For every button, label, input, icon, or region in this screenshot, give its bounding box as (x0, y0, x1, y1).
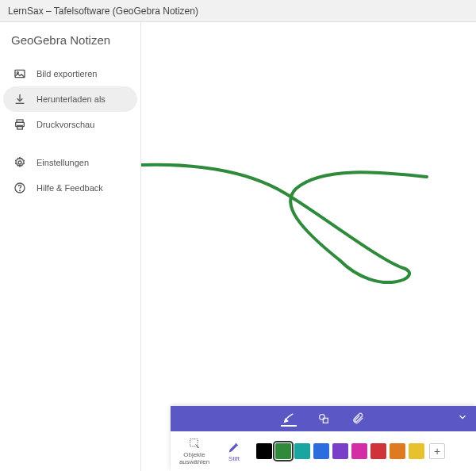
plus-icon: + (434, 445, 440, 458)
svg-point-8 (319, 415, 324, 420)
color-swatch[interactable] (256, 443, 272, 459)
add-color-button[interactable]: + (429, 443, 445, 459)
tool-panel: Objekte auswählen Stift + (171, 406, 476, 471)
svg-point-7 (20, 190, 21, 191)
chevron-down-icon[interactable] (457, 412, 468, 426)
color-swatch[interactable] (351, 443, 367, 459)
color-swatch[interactable] (370, 443, 386, 459)
sidebar-item-label: Bild exportieren (36, 69, 97, 78)
color-swatch[interactable] (313, 443, 329, 459)
attach-tab-icon[interactable] (351, 411, 367, 427)
image-icon (13, 67, 27, 81)
color-swatch[interactable] (390, 443, 405, 459)
gear-icon (13, 155, 27, 170)
shapes-tab-icon[interactable] (316, 411, 332, 427)
sidebar-item-download-as[interactable]: Herunterladen als (3, 86, 137, 112)
sidebar-item-print-preview[interactable]: Druckvorschau (3, 112, 137, 137)
tool-panel-body: Objekte auswählen Stift + (171, 431, 476, 471)
sidebar-item-label: Druckvorschau (36, 120, 94, 129)
window-title: LernSax – Tafelsoftware (GeoGebra Notize… (8, 6, 198, 17)
pen-tool-button[interactable]: Stift (217, 434, 251, 469)
color-swatch[interactable] (294, 443, 310, 459)
tool-label: Objekte auswählen (177, 452, 212, 466)
color-swatch[interactable] (275, 443, 291, 459)
print-icon (13, 117, 27, 132)
tool-label: Stift (228, 456, 240, 463)
sidebar-item-settings[interactable]: Einstellungen (3, 150, 137, 175)
color-swatch[interactable] (409, 443, 424, 459)
sidebar-item-export-image[interactable]: Bild exportieren (3, 61, 137, 86)
canvas-stroke (141, 22, 476, 471)
drawing-canvas[interactable] (141, 22, 476, 471)
svg-point-5 (18, 161, 21, 164)
sidebar-item-label: Herunterladen als (36, 94, 106, 104)
sidebar-item-help-feedback[interactable]: Hilfe & Feedback (3, 175, 137, 201)
sidebar: GeoGebra Notizen Bild exportieren Herunt… (0, 22, 141, 471)
sidebar-item-label: Hilfe & Feedback (36, 183, 103, 193)
sidebar-item-label: Einstellungen (36, 158, 89, 167)
tool-panel-header (171, 406, 476, 431)
window-titlebar: LernSax – Tafelsoftware (GeoGebra Notize… (0, 0, 476, 22)
help-icon (13, 181, 27, 195)
download-icon (13, 92, 27, 106)
color-swatch[interactable] (332, 443, 348, 459)
sidebar-title: GeoGebra Notizen (0, 33, 140, 58)
pen-tab-icon[interactable] (281, 411, 297, 427)
select-tool-button[interactable]: Objekte auswählen (177, 434, 212, 469)
pen-icon (227, 440, 241, 454)
color-swatches (256, 443, 424, 459)
select-icon (187, 436, 202, 450)
